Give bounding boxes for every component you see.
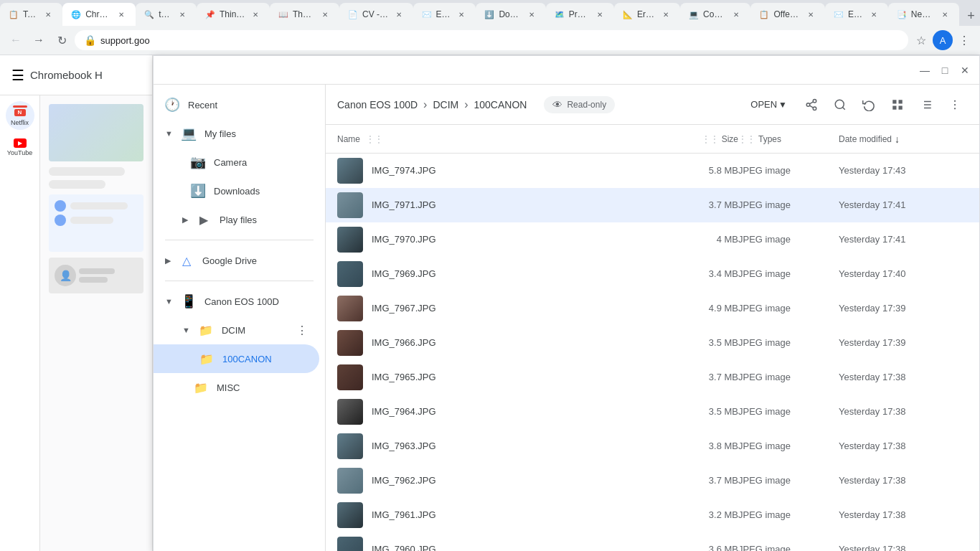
table-row[interactable]: IMG_7963.JPG 3.8 MB JPEG image Yesterday…	[326, 429, 979, 463]
svg-point-17	[954, 100, 956, 101]
sidebar-item-dcim[interactable]: ▼ 📁 DCIM ⋮	[154, 316, 319, 344]
tab-thep[interactable]: 📖 The P... ✕	[270, 3, 339, 26]
sidebar-item-canon[interactable]: ▼ 📱 Canon EOS 100D	[154, 287, 319, 316]
file-type: JPEG image	[738, 303, 839, 314]
tab-comp[interactable]: 💻 Comp... ✕	[680, 3, 750, 26]
titlebar-right: — □ ✕	[916, 62, 974, 79]
sort-button[interactable]	[913, 92, 939, 118]
tab-close-things[interactable]: ✕	[250, 9, 261, 20]
misc-folder-icon: 📁	[194, 380, 208, 395]
column-date[interactable]: Date modified ↓	[839, 133, 968, 145]
tab-pro[interactable]: 🗺️ Pro p... ✕	[546, 3, 614, 26]
tab-close-newt[interactable]: ✕	[939, 9, 951, 20]
sidebar-item-100canon[interactable]: 📁 100CANON	[154, 344, 319, 373]
files-titlebar: — □ ✕	[154, 56, 979, 85]
tab-close-erco[interactable]: ✕	[660, 9, 672, 20]
bookmark-button[interactable]: ☆	[911, 30, 931, 50]
column-size[interactable]: ⋮⋮ Size	[666, 134, 738, 144]
tab-newt[interactable]: 📑 New T... ✕	[888, 3, 959, 26]
table-row[interactable]: IMG_7970.JPG 4 MB JPEG image Yesterday 1…	[326, 222, 979, 257]
search-button[interactable]	[827, 92, 853, 118]
tab-close-email1[interactable]: ✕	[456, 9, 467, 20]
recent-icon: 🕐	[165, 98, 179, 112]
breadcrumb-canon[interactable]: Canon EOS 100D	[337, 99, 418, 110]
back-button[interactable]: ←	[6, 30, 26, 50]
forward-button[interactable]: →	[29, 30, 49, 50]
table-row[interactable]: IMG_7971.JPG 3.7 MB JPEG image Yesterday…	[326, 188, 979, 222]
minimize-button[interactable]: —	[916, 62, 933, 79]
share-button[interactable]	[798, 92, 824, 118]
tab-erco[interactable]: 📐 Erco... ✕	[614, 3, 680, 26]
nav-icon-youtube[interactable]: ▶ YouTube	[6, 133, 34, 161]
tab-cv[interactable]: 📄 CV - G... ✕	[339, 3, 413, 26]
table-row[interactable]: IMG_7969.JPG 3.4 MB JPEG image Yesterday…	[326, 257, 979, 291]
column-types[interactable]: ⋮⋮ Types	[738, 134, 839, 144]
table-row[interactable]: IMG_7974.JPG 5.8 MB JPEG image Yesterday…	[326, 154, 979, 188]
maximize-button[interactable]: □	[936, 62, 953, 79]
tab-close-comp[interactable]: ✕	[730, 9, 742, 20]
tab-close-todo[interactable]: ✕	[42, 9, 54, 20]
address-bar[interactable]: 🔒 support.goo	[75, 30, 908, 50]
open-button[interactable]: OPEN ▼	[742, 92, 796, 118]
tab-close-thep[interactable]: ✕	[319, 9, 331, 20]
dcim-more-icon[interactable]: ⋮	[296, 324, 308, 337]
sidebar-item-playfiles[interactable]: ▶ ▶ Play files	[154, 205, 319, 234]
tab-close-down[interactable]: ✕	[526, 9, 537, 20]
file-thumbnail	[337, 468, 363, 494]
tab-chromebook[interactable]: 🌐 Chrom... ✕	[62, 3, 136, 26]
open-dropdown-icon: ▼	[778, 100, 787, 110]
file-name: IMG_7970.JPG	[372, 234, 644, 245]
table-row[interactable]: IMG_7962.JPG 3.7 MB JPEG image Yesterday…	[326, 463, 979, 498]
sidebar-item-misc[interactable]: 📁 MISC	[154, 373, 319, 402]
table-row[interactable]: IMG_7965.JPG 3.7 MB JPEG image Yesterday…	[326, 360, 979, 395]
sidebar-item-myfiles[interactable]: ▼ 💻 My files	[154, 119, 319, 148]
tab-close-try[interactable]: ✕	[176, 9, 188, 20]
close-button[interactable]: ✕	[956, 62, 974, 79]
breadcrumb-dcim[interactable]: DCIM	[433, 99, 458, 110]
column-name[interactable]: Name ⋮⋮	[337, 134, 644, 144]
table-row[interactable]: IMG_7960.JPG 3.6 MB JPEG image Yesterday…	[326, 532, 979, 551]
file-name: IMG_7962.JPG	[372, 475, 644, 486]
sidebar-item-googledrive[interactable]: ▶ △ Google Drive	[154, 246, 319, 275]
settings-button[interactable]: ⋮	[954, 30, 974, 50]
tab-offer[interactable]: 📋 Offer S... ✕	[750, 3, 825, 26]
svg-line-4	[809, 101, 813, 103]
file-name: IMG_7971.JPG	[372, 199, 644, 210]
refresh-button[interactable]	[856, 92, 882, 118]
sidebar-item-gdrive-label: Google Drive	[202, 255, 308, 266]
tab-close-cv[interactable]: ✕	[393, 9, 405, 20]
table-row[interactable]: IMG_7961.JPG 3.2 MB JPEG image Yesterday…	[326, 498, 979, 532]
reload-button[interactable]: ↻	[52, 30, 72, 50]
sidebar-item-recent[interactable]: 🕐 Recent	[154, 90, 319, 119]
file-type: JPEG image	[738, 268, 839, 279]
tab-close-offer[interactable]: ✕	[805, 9, 816, 20]
tab-email2[interactable]: ✉️ Email ✕	[825, 3, 888, 26]
file-list: IMG_7974.JPG 5.8 MB JPEG image Yesterday…	[326, 154, 979, 551]
sidebar-item-camera[interactable]: 📷 Camera	[154, 148, 319, 176]
tab-close-chromebook[interactable]: ✕	[116, 9, 127, 20]
tab-todo[interactable]: 📋 To do ✕	[0, 3, 62, 26]
main-content: Canon EOS 100D › DCIM › 100CANON 👁 Read-…	[326, 85, 979, 551]
grid-view-button[interactable]	[885, 92, 910, 118]
sidebar-item-downloads[interactable]: ⬇️ Downloads	[154, 176, 319, 205]
file-thumbnail	[337, 399, 363, 425]
tab-try[interactable]: 🔍 try/... ✕	[136, 3, 197, 26]
breadcrumb-100canon[interactable]: 100CANON	[474, 99, 527, 110]
tab-close-pro[interactable]: ✕	[594, 9, 606, 20]
file-thumbnail	[337, 433, 363, 459]
table-row[interactable]: IMG_7966.JPG 3.5 MB JPEG image Yesterday…	[326, 326, 979, 360]
tab-close-email2[interactable]: ✕	[868, 9, 880, 20]
more-options-button[interactable]	[942, 92, 968, 118]
file-type: JPEG image	[738, 406, 839, 417]
new-tab-button[interactable]: +	[962, 6, 980, 26]
gdrive-icon: △	[179, 253, 194, 268]
table-row[interactable]: IMG_7964.JPG 3.5 MB JPEG image Yesterday…	[326, 395, 979, 429]
tab-email1[interactable]: ✉️ Email ✕	[413, 3, 476, 26]
tab-down[interactable]: ⬇️ Down... ✕	[476, 3, 545, 26]
table-row[interactable]: IMG_7967.JPG 4.9 MB JPEG image Yesterday…	[326, 291, 979, 326]
tab-things[interactable]: 📌 Things... ✕	[197, 3, 270, 26]
avatar[interactable]: A	[933, 30, 953, 50]
nav-icon-netflix[interactable]: N Netflix	[6, 101, 34, 130]
hamburger-icon[interactable]: ☰	[11, 67, 24, 84]
file-thumbnail	[337, 261, 363, 287]
